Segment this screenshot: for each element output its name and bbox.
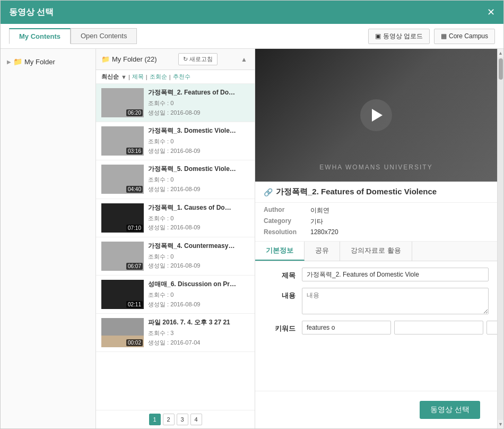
keyword-row: 키워드 <box>264 321 489 334</box>
video-item-info: 가정폭력_3. Domestic Viole… 조회수 : 0 생성일 : 20… <box>148 126 249 156</box>
list-item[interactable]: 06:20 가정폭력_2. Features of Do… 조회수 : 0 생성… <box>96 84 255 122</box>
title-row: 제목 <box>264 268 489 281</box>
keyword-input-3[interactable] <box>486 321 497 334</box>
tab-my-contents[interactable]: My Contents <box>9 28 71 44</box>
content-row: 내용 <box>264 288 489 314</box>
video-thumbnail: 00:02 <box>101 318 144 347</box>
list-item[interactable]: 07:10 가정폭력_1. Causes of Do… 조회수 : 0 생성일 … <box>96 199 255 237</box>
sidebar: ▶ 📁 My Folder <box>1 49 96 428</box>
resolution-label: Resolution <box>264 228 306 236</box>
page-button[interactable]: 1 <box>149 414 161 425</box>
refresh-icon: ↻ <box>183 56 188 63</box>
select-video-button[interactable]: 동영상 선택 <box>420 401 480 419</box>
main-tabs: My Contents Open Contents <box>9 28 137 44</box>
video-item-info: 가정폭력_2. Features of Do… 조회수 : 0 생성일 : 20… <box>148 88 249 117</box>
expand-icon: ▶ <box>7 59 11 65</box>
video-item-views: 조회수 : 3 <box>148 329 249 338</box>
list-item[interactable]: 00:02 파일 2016. 7. 4. 오후 3 27 21 조회수 : 3 … <box>96 314 255 352</box>
folder-icon: 📁 <box>13 57 22 66</box>
video-item-date: 생성일 : 2016-08-09 <box>148 185 249 194</box>
video-thumbnail: 04:40 <box>101 165 144 194</box>
sidebar-item-myfolder[interactable]: ▶ 📁 My Folder <box>1 54 95 69</box>
core-campus-icon: ▦ <box>441 32 447 40</box>
video-item-views: 조회수 : 0 <box>148 175 249 185</box>
modal-toolbar: My Contents Open Contents ▣ 동영상 업로드 ▦ Co… <box>1 24 503 49</box>
content-textarea[interactable] <box>302 288 489 314</box>
video-item-title: 파일 2016. 7. 4. 오후 3 27 21 <box>148 318 249 327</box>
modal-container: 동영상 선택 ✕ My Contents Open Contents ▣ 동영상… <box>0 0 504 429</box>
video-duration: 06:20 <box>126 109 143 116</box>
keyword-input-1[interactable] <box>302 321 391 334</box>
video-duration: 07:10 <box>126 225 143 231</box>
video-item-info: 가정폭력_1. Causes of Do… 조회수 : 0 생성일 : 2016… <box>148 203 249 233</box>
video-list: 06:20 가정폭력_2. Features of Do… 조회수 : 0 생성… <box>96 84 255 410</box>
video-item-views: 조회수 : 0 <box>148 99 249 108</box>
video-item-date: 생성일 : 2016-08-09 <box>148 223 249 233</box>
title-label: 제목 <box>264 268 296 280</box>
scroll-up-arrow[interactable]: ▲ <box>498 49 504 57</box>
detail-tabs: 기본정보공유강의자료로 활용 <box>255 242 497 261</box>
video-item-info: 가정폭력_5. Domestic Viole… 조회수 : 0 생성일 : 20… <box>148 165 249 194</box>
modal-header: 동영상 선택 ✕ <box>1 1 503 24</box>
video-item-date: 생성일 : 2016-08-09 <box>148 300 249 310</box>
detail-tab-lecture[interactable]: 강의자료로 활용 <box>340 242 412 261</box>
sort-views[interactable]: 조회순 <box>150 73 167 81</box>
video-item-title: 가정폭력_2. Features of Do… <box>148 88 249 97</box>
video-detail-title: 가정폭력_2. Features of Domestic Violence <box>276 187 437 197</box>
video-thumbnail: 07:10 <box>101 203 144 233</box>
modal-body: ▶ 📁 My Folder 📁 My Folder (22) ↻ 새로고침 ▲ <box>1 49 503 428</box>
content-label: 내용 <box>264 288 296 301</box>
sort-title[interactable]: 제목 <box>132 73 144 81</box>
page-button[interactable]: 2 <box>163 414 175 425</box>
video-duration: 02:11 <box>126 301 143 308</box>
folder-label: My Folder <box>24 58 55 66</box>
scroll-down-arrow[interactable]: ▼ <box>498 420 504 428</box>
upload-video-button[interactable]: ▣ 동영상 업로드 <box>368 29 430 44</box>
title-input[interactable] <box>302 268 489 281</box>
video-item-title: 가정폭력_3. Domestic Viole… <box>148 126 249 135</box>
sort-recommend[interactable]: 추천수 <box>173 73 190 81</box>
keyword-label: 키워드 <box>264 321 296 333</box>
page-button[interactable]: 4 <box>190 414 202 425</box>
video-duration: 04:40 <box>126 186 143 193</box>
list-item[interactable]: 03:16 가정폭력_3. Domestic Viole… 조회수 : 0 생성… <box>96 122 255 160</box>
modal-title: 동영상 선택 <box>9 7 54 18</box>
list-item[interactable]: 02:11 성매매_6. Discussion on Pr… 조회수 : 0 생… <box>96 276 255 314</box>
detail-tab-share[interactable]: 공유 <box>305 242 340 261</box>
detail-tab-basic[interactable]: 기본정보 <box>255 242 305 261</box>
page-button[interactable]: 3 <box>177 414 188 425</box>
close-button[interactable]: ✕ <box>487 7 495 17</box>
scroll-thumb[interactable] <box>499 58 503 80</box>
author-label: Author <box>264 206 306 215</box>
video-thumbnail: 02:11 <box>101 280 144 309</box>
list-item[interactable]: 06:07 가정폭력_4. Countermeasу… 조회수 : 0 생성일 … <box>96 237 255 276</box>
keyword-input-2[interactable] <box>394 321 483 334</box>
video-item-title: 가정폭력_1. Causes of Do… <box>148 203 249 212</box>
folder-small-icon: 📁 <box>101 55 110 63</box>
video-thumbnail: 06:07 <box>101 242 144 271</box>
video-duration: 00:02 <box>126 339 143 346</box>
list-item[interactable]: 04:40 가정폭력_5. Domestic Viole… 조회수 : 0 생성… <box>96 160 255 199</box>
scroll-up-button[interactable]: ▲ <box>239 54 249 65</box>
detail-footer: 동영상 선택 <box>255 391 497 428</box>
play-triangle-icon <box>372 109 383 122</box>
play-button[interactable] <box>360 99 392 131</box>
sort-recent[interactable]: 최신순 <box>101 73 119 81</box>
content-list-panel: 📁 My Folder (22) ↻ 새로고침 ▲ 최신순 ▼ | 제목 | 조… <box>96 49 255 428</box>
video-item-date: 생성일 : 2016-08-09 <box>148 108 249 118</box>
keyword-inputs <box>302 321 497 334</box>
refresh-button[interactable]: ↻ 새로고침 <box>178 53 218 65</box>
video-item-views: 조회수 : 0 <box>148 252 249 262</box>
list-header: 📁 My Folder (22) ↻ 새로고침 ▲ <box>96 49 255 70</box>
video-metadata: Author 이희연 Category 기타 Resolution 1280x7… <box>255 203 497 242</box>
tab-open-contents[interactable]: Open Contents <box>71 28 137 44</box>
video-thumbnail: 06:20 <box>101 88 144 117</box>
video-thumbnail: 03:16 <box>101 126 144 156</box>
core-campus-button[interactable]: ▦ Core Campus <box>434 29 495 44</box>
detail-panel: EWHA WOMANS UNIVERSITY 🔗 가정폭력_2. Feature… <box>255 49 497 428</box>
detail-form: 제목 내용 키워드 <box>255 261 497 391</box>
video-item-date: 생성일 : 2016-08-09 <box>148 147 249 156</box>
video-duration: 06:07 <box>126 263 143 270</box>
video-item-date: 생성일 : 2016-08-09 <box>148 261 249 271</box>
category-value: 기타 <box>310 217 489 226</box>
